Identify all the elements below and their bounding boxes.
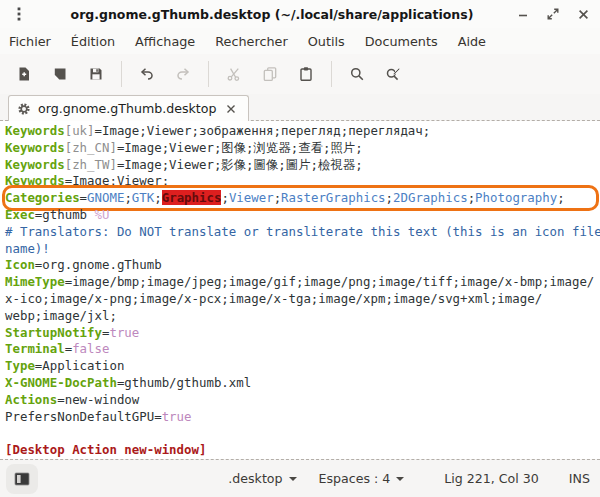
code-line: X-GNOME-DocPath=gthumb/gthumb.xml (5, 375, 600, 392)
toolbar-file-group (6, 61, 114, 87)
paste-button[interactable] (293, 61, 319, 87)
code-line: StartupNotify=true (5, 325, 600, 342)
gedit-window: org.gnome.gThumb.desktop (~/.local/share… (0, 0, 600, 497)
toolbar-clipboard-group (216, 61, 324, 87)
language-label: .desktop (228, 471, 282, 486)
cut-icon (226, 66, 242, 82)
find-replace-button[interactable] (380, 61, 406, 87)
chevron-down-icon (289, 477, 297, 481)
code-line: MimeType=image/bmp;image/jpeg;image/gif;… (5, 274, 600, 291)
window-controls (514, 5, 592, 23)
side-panel-icon (14, 472, 30, 486)
restore-button[interactable] (544, 5, 562, 23)
redo-button[interactable] (170, 61, 196, 87)
undo-icon (139, 66, 155, 82)
search-button[interactable] (344, 61, 370, 87)
code-line: Keywords=Image;Viewer; (5, 173, 600, 190)
open-document-button[interactable] (47, 61, 73, 87)
code-line: PrefersNonDefaultGPU=true (5, 409, 600, 426)
code-line: Icon=org.gnome.gThumb (5, 257, 600, 274)
tab-width-selector[interactable]: Espaces : 4 (319, 471, 405, 486)
gear-icon (17, 102, 31, 116)
code-line: Terminal=false (5, 341, 600, 358)
copy-button[interactable] (257, 61, 283, 87)
editor-content[interactable]: Keywords[uk]=Image;Viewer;зображення;пер… (0, 121, 600, 459)
copy-icon (262, 66, 278, 82)
insert-mode-indicator: INS (569, 471, 590, 486)
code-line: # Translators: Do NOT translate or trans… (5, 224, 600, 241)
code-line: Type=Application (5, 358, 600, 375)
open-document-icon (52, 66, 68, 82)
side-panel-toggle-button[interactable] (6, 464, 38, 494)
new-document-icon (16, 66, 32, 82)
titlebar: org.gnome.gThumb.desktop (~/.local/share… (0, 0, 600, 28)
redo-icon (175, 66, 191, 82)
toolbar (0, 54, 600, 94)
window-menu-icon[interactable] (8, 3, 30, 25)
code-line: Keywords[zh_CN]=Image;Viewer;图像;浏览器;查看;照… (5, 140, 600, 157)
tabbar: org.gnome.gThumb.desktop (0, 94, 600, 121)
tab-width-label: Espaces : 4 (319, 471, 391, 486)
code-line: Exec=gthumb %U (5, 207, 600, 224)
chevron-down-icon (396, 477, 404, 481)
cursor-position-label: Lig 221, Col 30 (444, 471, 539, 486)
menu-aide[interactable]: Aide (448, 31, 496, 52)
save-icon (88, 66, 104, 82)
code-line: name)! (5, 241, 600, 258)
undo-button[interactable] (134, 61, 160, 87)
cut-button[interactable] (221, 61, 247, 87)
menu-affichage[interactable]: Affichage (125, 31, 205, 52)
tab-org-gnome-gthumb-desktop[interactable]: org.gnome.gThumb.desktop (8, 95, 249, 121)
tab-close-icon[interactable] (224, 102, 238, 116)
code-line: Actions=new-window (5, 392, 600, 409)
tab-label: org.gnome.gThumb.desktop (38, 101, 217, 116)
cursor-position[interactable]: Lig 221, Col 30 (444, 471, 539, 486)
code-line: webp;image/jxl; (5, 308, 600, 325)
toolbar-undo-group (129, 61, 201, 87)
code-line: x-ico;image/x-png;image/x-pcx;image/x-tg… (5, 291, 600, 308)
toolbar-search-group (339, 61, 411, 87)
code-line: [Desktop Action new-window] (5, 442, 600, 459)
save-button[interactable] (83, 61, 109, 87)
insert-mode-label: INS (569, 471, 590, 486)
toolbar-separator (121, 61, 122, 87)
code-line: Categories=GNOME;GTK;Graphics;Viewer;Ras… (5, 190, 600, 207)
search-icon (349, 66, 365, 82)
minimize-button[interactable] (514, 5, 532, 23)
statusbar-right: .desktop Espaces : 4 Lig 221, Col 30 INS (228, 471, 590, 486)
menu-edition[interactable]: Édition (61, 31, 125, 52)
close-button[interactable] (574, 5, 592, 23)
statusbar: .desktop Espaces : 4 Lig 221, Col 30 INS (0, 459, 600, 497)
menu-outils[interactable]: Outils (298, 31, 355, 52)
find-replace-icon (385, 66, 401, 82)
window-title: org.gnome.gThumb.desktop (~/.local/share… (30, 7, 514, 22)
code-line: Keywords[zh_TW]=Image;Viewer;影像;圖像;圖片;檢視… (5, 157, 600, 174)
menu-fichier[interactable]: Fichier (0, 31, 61, 52)
toolbar-separator (208, 61, 209, 87)
paste-icon (298, 66, 314, 82)
menu-rechercher[interactable]: Rechercher (205, 31, 297, 52)
new-document-button[interactable] (11, 61, 37, 87)
toolbar-separator (331, 61, 332, 87)
language-selector[interactable]: .desktop (228, 471, 296, 486)
menubar: Fichier Édition Affichage Rechercher Out… (0, 28, 600, 54)
menu-documents[interactable]: Documents (355, 31, 448, 52)
code-line (5, 425, 600, 442)
code-line: Keywords[uk]=Image;Viewer;зображення;пер… (5, 123, 600, 140)
